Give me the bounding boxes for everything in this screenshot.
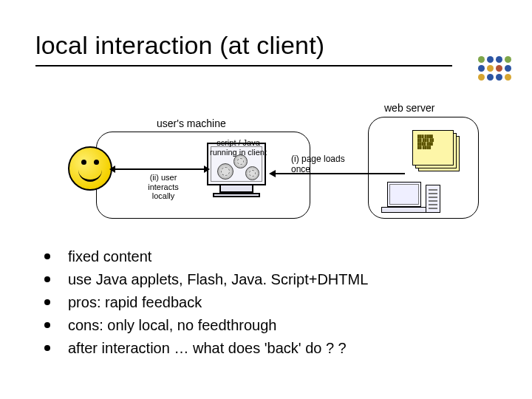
server-monitor-icon	[387, 182, 421, 207]
user-smiley-icon	[68, 146, 112, 191]
bullet-list: fixed content use Java applets, Flash, J…	[44, 245, 502, 360]
bullet-text: pros: rapid feedback	[68, 291, 202, 314]
gear-icon	[245, 166, 259, 180]
bullet-icon	[44, 322, 50, 328]
bullet-icon	[44, 276, 50, 282]
list-item: use Java applets, Flash, Java. Script+DH…	[44, 268, 502, 291]
bullet-text: fixed content	[68, 245, 151, 268]
decoration-dot-grid	[478, 56, 511, 81]
bullet-icon	[44, 253, 50, 259]
label-i-page-loads: (i) page loads once	[291, 154, 350, 175]
bullet-icon	[44, 345, 50, 351]
list-item: after interaction … what does 'back' do …	[44, 337, 502, 360]
server-tower-icon	[426, 185, 440, 213]
list-item: fixed content	[44, 245, 502, 268]
label-ii-user-interacts: (ii) user interacts locally	[138, 173, 188, 201]
title-underline	[35, 65, 452, 66]
arrow-local-interact	[111, 168, 208, 170]
bullet-icon	[44, 299, 50, 305]
arrow-page-load	[270, 173, 405, 174]
slide-title: local interaction (at client)	[35, 31, 324, 60]
server-base-icon	[381, 207, 427, 213]
label-web-server: web server	[384, 102, 434, 114]
list-item: pros: rapid feedback	[44, 291, 502, 314]
bullet-text: use Java applets, Flash, Java. Script+DH…	[68, 268, 368, 291]
list-item: cons: only local, no feedthrough	[44, 314, 502, 337]
label-script-running: script / Java running in client	[203, 138, 273, 157]
gear-icon	[217, 163, 233, 180]
bullet-text: after interaction … what does 'back' do …	[68, 337, 347, 360]
label-users-machine: user's machine	[157, 117, 226, 129]
bullet-text: cons: only local, no feedthrough	[68, 314, 276, 337]
